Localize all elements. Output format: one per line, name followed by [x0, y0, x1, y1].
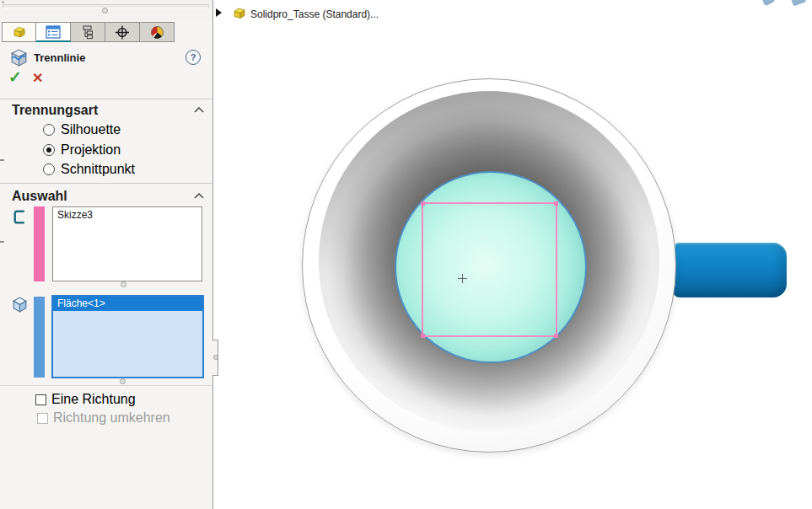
- flyout-tree-root-label[interactable]: Solidpro_Tasse (Standard)...: [250, 8, 379, 20]
- mug-handle-3d[interactable]: [673, 243, 787, 297]
- radio-option-schnittpunkt[interactable]: Schnittpunkt: [43, 163, 135, 175]
- tab-displaymanager[interactable]: [140, 22, 175, 42]
- tab-configurationmanager[interactable]: [71, 22, 105, 42]
- radio-option-projektion[interactable]: Projektion: [43, 143, 121, 156]
- solidworks-window: { "window": { "flyout_tree_label": "Soli…: [0, 0, 812, 509]
- section-separator: [0, 99, 212, 99]
- radio-label: Schnittpunkt: [61, 162, 135, 177]
- panel-edge-tick: [0, 159, 4, 161]
- section-separator: [0, 183, 212, 184]
- checkbox-label: Richtung umkehren: [53, 410, 170, 426]
- flyout-tree-expand-arrow[interactable]: [216, 8, 222, 17]
- sketch-vertex[interactable]: [554, 334, 558, 338]
- radio-option-silhouette[interactable]: Silhouette: [43, 123, 121, 136]
- list-item-face-selected[interactable]: Fläche<1>: [53, 297, 202, 311]
- split-line-feature-icon: [9, 48, 29, 67]
- manager-tab-bar: [2, 22, 175, 42]
- panel-splitter-handle[interactable]: [212, 340, 218, 376]
- checkbox-eine-richtung[interactable]: Eine Richtung: [35, 392, 136, 407]
- section-header-trennungsart[interactable]: Trennungsart: [12, 103, 98, 118]
- property-manager-panel: ×: [0, 0, 213, 509]
- radio-circle[interactable]: [43, 163, 55, 175]
- checkbox-label: Eine Richtung: [51, 392, 136, 407]
- face-cube-icon: [10, 296, 30, 313]
- dimxpert-target-icon: [115, 25, 130, 40]
- sketch-vertex[interactable]: [554, 201, 558, 206]
- radio-label: Projektion: [61, 142, 121, 158]
- featuremanager-part-icon: [12, 25, 27, 39]
- radio-circle[interactable]: [43, 124, 55, 136]
- ok-button[interactable]: ✓: [8, 67, 22, 87]
- panel-top-strip: ×: [0, 0, 212, 21]
- chevron-up-icon[interactable]: [194, 193, 204, 199]
- tab-dimxpertmanager[interactable]: [105, 22, 140, 42]
- configurationmanager-tree-icon: [80, 25, 95, 40]
- radio-circle[interactable]: [43, 144, 55, 156]
- sketch-selection-listbox[interactable]: Skizze3: [52, 206, 202, 281]
- checkbox-box: [37, 413, 48, 424]
- tab-propertymanager[interactable]: [36, 22, 71, 42]
- help-button[interactable]: ?: [186, 50, 201, 65]
- cancel-button[interactable]: ✕: [32, 70, 43, 86]
- checkbox-richtung-umkehren: Richtung umkehren: [37, 410, 170, 426]
- radio-label: Silhouette: [61, 122, 121, 137]
- chevron-up-icon[interactable]: [194, 107, 204, 113]
- property-manager-title: Trennlinie: [34, 51, 85, 64]
- splitter-grip-dot[interactable]: [213, 355, 218, 360]
- section-header-auswahl[interactable]: Auswahl: [12, 189, 67, 204]
- panel-drag-handle[interactable]: [102, 8, 108, 13]
- sketch-square-skizze3[interactable]: [422, 202, 557, 337]
- list-item-sketch[interactable]: Skizze3: [53, 207, 202, 222]
- face-selection-color-bar: [34, 297, 45, 378]
- listbox-resize-handle[interactable]: [121, 281, 126, 287]
- part-icon: [232, 6, 247, 20]
- face-selection-listbox[interactable]: Fläche<1>: [51, 295, 204, 378]
- listbox-resize-handle[interactable]: [120, 378, 126, 384]
- origin-marker: [462, 274, 463, 283]
- sketch-vertex[interactable]: [421, 201, 425, 206]
- propertymanager-list-icon: [46, 25, 61, 39]
- displaymanager-color-ball-icon: [150, 25, 164, 40]
- checkbox-box[interactable]: [35, 394, 46, 405]
- partial-toolbar-icon: [762, 0, 776, 7]
- sketch-contour-icon: [11, 208, 29, 226]
- panel-edge-tick: [0, 241, 4, 243]
- graphics-viewport[interactable]: Solidpro_Tasse (Standard)...: [213, 0, 812, 509]
- partial-toolbar-icon: [791, 0, 806, 6]
- tab-featuremanager[interactable]: [2, 22, 36, 42]
- sketch-vertex[interactable]: [421, 334, 425, 338]
- section-separator: [0, 385, 212, 386]
- sketch-selection-color-bar: [34, 206, 45, 281]
